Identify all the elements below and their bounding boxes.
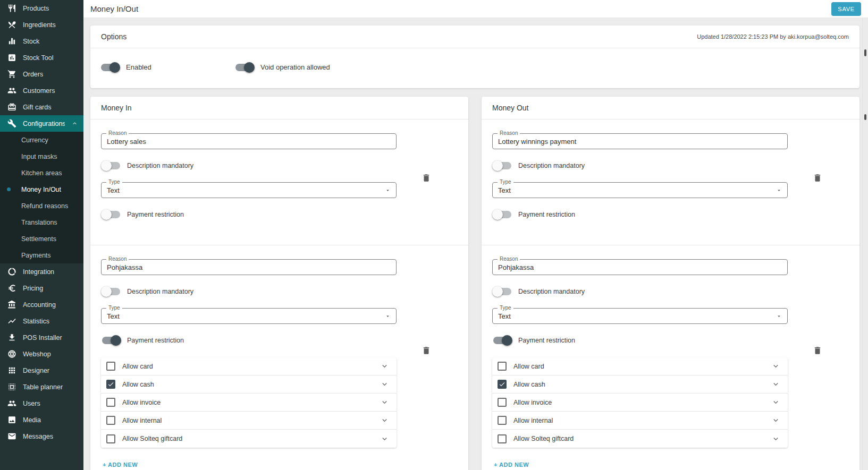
trash-icon: [422, 346, 431, 355]
delete-reason-button[interactable]: [812, 345, 823, 357]
description-mandatory-label: Description mandatory: [127, 162, 193, 169]
scrollbar-track[interactable]: [862, 18, 868, 470]
sidebar-item-configurations[interactable]: Configurations: [0, 115, 83, 132]
delete-reason-button[interactable]: [420, 345, 432, 357]
sidebar-item-kitchen-areas[interactable]: Kitchen areas: [0, 165, 83, 181]
type-select-value: Text: [498, 312, 511, 320]
add-new-button[interactable]: + ADD NEW: [101, 462, 138, 468]
euro-icon: [7, 284, 16, 293]
enabled-toggle[interactable]: [101, 64, 119, 71]
type-select[interactable]: Type Text: [492, 182, 788, 198]
scrollbar-thumb[interactable]: [864, 114, 866, 120]
description-mandatory-toggle[interactable]: [493, 288, 511, 295]
description-mandatory-toggle[interactable]: [102, 288, 120, 295]
sidebar-item-label: Stock: [23, 38, 78, 45]
payment-restriction-toggle[interactable]: [102, 211, 120, 218]
allow-card-checkbox[interactable]: [498, 362, 507, 371]
allow-solteq-giftcard-row[interactable]: Allow Solteq giftcard: [101, 430, 397, 448]
money-in-group-2: Reason Description mandatory Type Text: [90, 245, 468, 470]
sidebar-item-media[interactable]: Media: [0, 412, 83, 428]
reason-input[interactable]: [107, 263, 391, 271]
sidebar-item-settlements[interactable]: Settlements: [0, 230, 83, 247]
sidebar-item-payments[interactable]: Payments: [0, 247, 83, 263]
delete-reason-button[interactable]: [420, 173, 432, 184]
type-select[interactable]: Type Text: [101, 308, 397, 324]
option-label: Allow cash: [513, 381, 771, 388]
sidebar-item-gift-cards[interactable]: Gift cards: [0, 99, 83, 115]
sidebar-item-stock-tool[interactable]: Stock Tool: [0, 49, 83, 66]
sidebar-item-integration[interactable]: Integration: [0, 263, 83, 280]
sidebar-item-stock[interactable]: Stock: [0, 33, 83, 49]
sidebar-item-label: Media: [23, 416, 78, 424]
allow-cash-checkbox[interactable]: [498, 380, 507, 389]
allow-solteq-giftcard-row[interactable]: Allow Solteq giftcard: [492, 430, 788, 448]
sidebar-item-label: Users: [23, 400, 78, 407]
sidebar-item-refund-reasons[interactable]: Refund reasons: [0, 198, 83, 214]
type-select-label: Type: [106, 305, 122, 311]
allow-invoice-checkbox[interactable]: [498, 398, 507, 407]
allow-internal-row[interactable]: Allow internal: [101, 412, 397, 430]
description-mandatory-toggle[interactable]: [493, 162, 511, 169]
void-operation-toggle[interactable]: [235, 64, 254, 71]
allow-card-row[interactable]: Allow card: [492, 357, 788, 375]
allow-internal-row[interactable]: Allow internal: [492, 412, 788, 430]
save-button[interactable]: SAVE: [831, 2, 861, 16]
active-dot: [7, 187, 11, 191]
allow-card-row[interactable]: Allow card: [101, 357, 397, 375]
sidebar-item-pos-installer[interactable]: POS Installer: [0, 329, 83, 346]
allow-invoice-checkbox[interactable]: [106, 398, 115, 407]
scrollbar-thumb[interactable]: [864, 49, 866, 56]
add-new-button[interactable]: + ADD NEW: [492, 462, 529, 468]
sidebar-item-input-masks[interactable]: Input masks: [0, 148, 83, 165]
sidebar-item-translations[interactable]: Translations: [0, 214, 83, 230]
allow-internal-checkbox[interactable]: [498, 416, 507, 425]
money-out-group-1: Reason Description mandatory Type Text: [482, 119, 859, 245]
sidebar-item-orders[interactable]: Orders: [0, 66, 83, 82]
sidebar-item-accounting[interactable]: Accounting: [0, 296, 83, 313]
sidebar-item-products[interactable]: Products: [0, 0, 83, 16]
option-label: Allow card: [513, 363, 771, 370]
reason-input[interactable]: [498, 138, 782, 146]
allow-cash-checkbox[interactable]: [106, 380, 115, 389]
allow-invoice-row[interactable]: Allow invoice: [101, 394, 397, 412]
payment-restriction-toggle[interactable]: [102, 337, 120, 344]
type-select-label: Type: [498, 179, 513, 185]
allow-solteq-giftcard-checkbox[interactable]: [498, 434, 507, 443]
allow-invoice-row[interactable]: Allow invoice: [492, 394, 788, 412]
allow-internal-checkbox[interactable]: [106, 416, 115, 425]
allow-cash-row[interactable]: Allow cash: [101, 375, 397, 394]
toggle-knob: [111, 335, 121, 346]
type-select[interactable]: Type Text: [101, 182, 397, 198]
sidebar-item-users[interactable]: Users: [0, 395, 83, 412]
sidebar-item-table-planner[interactable]: Table planner: [0, 379, 83, 395]
type-select[interactable]: Type Text: [492, 308, 788, 324]
utensils-crossed-icon: [7, 20, 16, 29]
sidebar-item-designer[interactable]: Designer: [0, 362, 83, 379]
reason-field-label: Reason: [106, 130, 129, 136]
sidebar-item-money-in-out[interactable]: Money In/Out: [0, 181, 83, 198]
sidebar-item-currency[interactable]: Currency: [0, 132, 83, 148]
reason-input[interactable]: [107, 138, 391, 146]
sidebar-item-statistics[interactable]: Statistics: [0, 313, 83, 329]
payment-restriction-toggle[interactable]: [493, 337, 511, 344]
payment-restriction-toggle[interactable]: [493, 211, 511, 218]
chevron-down-icon: [380, 380, 389, 389]
delete-reason-button[interactable]: [812, 173, 823, 184]
allow-cash-row[interactable]: Allow cash: [492, 375, 788, 394]
chevron-down-icon: [380, 398, 389, 407]
sidebar-subitem-label: Currency: [21, 136, 48, 144]
table-planner-icon: [7, 382, 16, 391]
reason-input[interactable]: [498, 263, 782, 271]
description-mandatory-toggle[interactable]: [102, 162, 120, 169]
sidebar-item-customers[interactable]: Customers: [0, 82, 83, 99]
sidebar-item-messages[interactable]: Messages: [0, 428, 83, 445]
sidebar-subitem-label: Translations: [21, 219, 57, 226]
sidebar-item-ingredients[interactable]: Ingredients: [0, 16, 83, 33]
sidebar-item-webshop[interactable]: Webshop: [0, 346, 83, 362]
updated-info: Updated 1/28/2022 2:15:23 PM by aki.korp…: [697, 33, 849, 40]
allow-solteq-giftcard-checkbox[interactable]: [106, 434, 115, 443]
option-label: Allow Solteq giftcard: [513, 435, 771, 442]
description-mandatory-label: Description mandatory: [127, 288, 193, 295]
sidebar-item-pricing[interactable]: Pricing: [0, 280, 83, 296]
allow-card-checkbox[interactable]: [106, 362, 115, 371]
